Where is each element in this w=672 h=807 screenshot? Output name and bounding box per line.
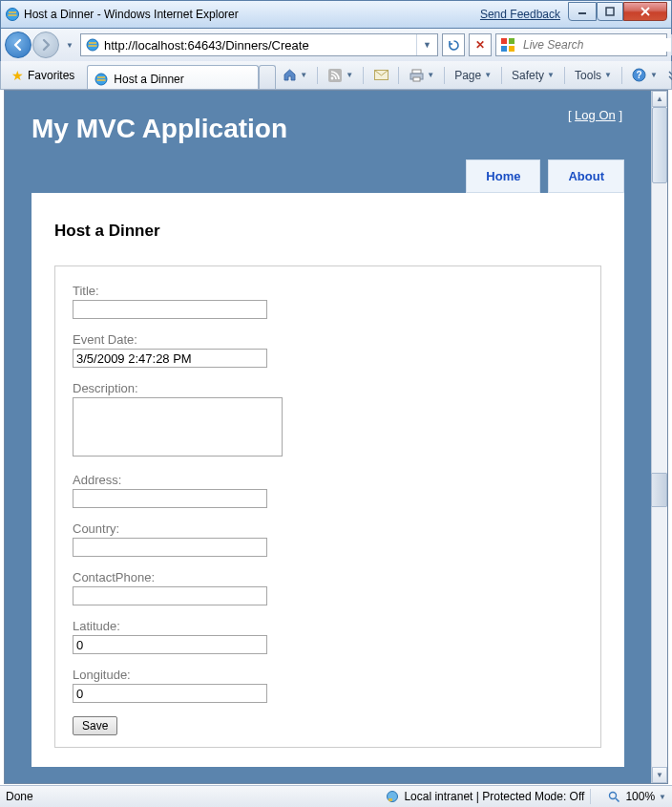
home-icon: [282, 68, 297, 83]
forward-button[interactable]: [32, 32, 59, 58]
address-label: Address:: [73, 473, 583, 487]
svg-rect-8: [501, 46, 507, 52]
url-input[interactable]: [104, 38, 416, 53]
home-button[interactable]: ▼: [276, 64, 313, 87]
zone-icon: [385, 789, 400, 804]
dinner-form: Title: Event Date: Description: Address:: [54, 265, 601, 748]
print-icon: [409, 68, 424, 83]
latitude-input[interactable]: [73, 635, 267, 654]
page-heading: Host a Dinner: [54, 222, 601, 241]
vertical-scrollbar[interactable]: ▲ ▼: [651, 91, 667, 783]
zoom-dropdown[interactable]: ▼: [659, 793, 666, 801]
contactphone-input[interactable]: [73, 586, 267, 605]
eventdate-label: Event Date:: [73, 332, 583, 347]
mail-button[interactable]: [368, 64, 394, 87]
help-icon: ?: [632, 68, 647, 83]
app-title: My MVC Application: [32, 114, 624, 144]
security-zone: Local intranet | Protected Mode: Off: [404, 790, 584, 803]
scroll-thumb[interactable]: [652, 107, 667, 183]
command-bar: ★ Favorites Host a Dinner ▼ ▼ ▼: [0, 61, 672, 90]
scroll-down-button[interactable]: ▼: [652, 767, 667, 783]
window-titlebar: Host a Dinner - Windows Internet Explore…: [0, 0, 672, 29]
eventdate-input[interactable]: [73, 349, 267, 368]
toolbar-chevron[interactable]: [665, 66, 672, 85]
star-icon: ★: [11, 68, 24, 83]
address-bar: ▼: [80, 33, 438, 56]
tools-menu[interactable]: Tools▼: [569, 65, 618, 86]
menu-about[interactable]: About: [548, 159, 624, 193]
longitude-input[interactable]: [73, 684, 267, 703]
svg-rect-22: [388, 798, 392, 801]
page-menu[interactable]: Page▼: [449, 65, 497, 86]
logon-area: [ Log On ]: [568, 108, 622, 122]
new-tab-button[interactable]: [259, 65, 276, 89]
svg-point-12: [95, 74, 107, 85]
svg-rect-9: [509, 46, 514, 52]
svg-rect-2: [606, 8, 614, 15]
back-button[interactable]: [5, 32, 32, 58]
help-button[interactable]: ? ▼: [626, 64, 663, 87]
menu-home[interactable]: Home: [466, 159, 540, 193]
tab-title: Host a Dinner: [114, 73, 183, 86]
svg-point-14: [331, 76, 334, 79]
zoom-value: 100%: [625, 790, 655, 803]
feeds-button[interactable]: ▼: [322, 64, 359, 87]
status-bar: Done Local intranet | Protected Mode: Of…: [0, 785, 672, 807]
country-label: Country:: [73, 521, 583, 536]
favorites-label: Favorites: [28, 69, 74, 82]
safety-menu[interactable]: Safety▼: [506, 65, 560, 86]
main-menu: Home About: [5, 154, 651, 193]
svg-point-23: [609, 792, 616, 798]
country-input[interactable]: [73, 538, 267, 557]
description-label: Description:: [73, 381, 583, 395]
refresh-button[interactable]: [442, 33, 465, 56]
window-title: Host a Dinner - Windows Internet Explore…: [24, 8, 239, 21]
svg-rect-16: [412, 70, 421, 74]
ie-icon: [5, 7, 20, 22]
zoom-icon: [606, 789, 621, 804]
nav-history-dropdown[interactable]: ▼: [63, 32, 76, 58]
svg-rect-6: [501, 38, 507, 44]
svg-rect-18: [413, 77, 420, 81]
zoom-control[interactable]: 100% ▼: [606, 789, 666, 804]
latitude-label: Latitude:: [73, 619, 583, 633]
send-feedback-link[interactable]: Send Feedback: [480, 8, 560, 21]
save-button[interactable]: Save: [73, 716, 117, 735]
longitude-label: Longitude:: [73, 668, 583, 682]
title-input[interactable]: [73, 300, 267, 319]
svg-line-24: [616, 798, 620, 802]
content-viewport: [ Log On ] My MVC Application Home About…: [4, 90, 668, 784]
browser-tab[interactable]: Host a Dinner: [87, 65, 259, 89]
search-input[interactable]: [519, 38, 671, 52]
rss-icon: [327, 68, 343, 83]
print-button[interactable]: ▼: [403, 64, 440, 87]
main-content: Host a Dinner Title: Event Date: Descrip…: [32, 193, 624, 767]
minimize-button[interactable]: [568, 2, 597, 21]
scroll-up-button[interactable]: ▲: [652, 91, 667, 107]
favorites-button[interactable]: ★ Favorites: [3, 64, 83, 87]
mail-icon: [373, 68, 388, 83]
live-search-icon: [500, 37, 515, 53]
svg-point-5: [87, 39, 98, 51]
svg-point-0: [7, 9, 19, 21]
search-bar: [495, 33, 667, 56]
navigation-bar: ▼ ▼ ✕: [0, 29, 672, 61]
description-input[interactable]: [73, 397, 283, 457]
ie-icon: [94, 72, 109, 87]
svg-rect-7: [509, 38, 514, 44]
page-icon: [85, 37, 100, 53]
maximize-button[interactable]: [597, 2, 623, 21]
logon-link[interactable]: Log On: [575, 108, 616, 122]
address-dropdown[interactable]: ▼: [416, 34, 437, 55]
address-input[interactable]: [73, 489, 267, 508]
stop-button[interactable]: ✕: [469, 33, 492, 56]
scroll-grip[interactable]: [651, 473, 667, 507]
contactphone-label: ContactPhone:: [73, 570, 583, 584]
title-label: Title:: [73, 284, 583, 298]
close-button[interactable]: [623, 2, 667, 21]
status-text: Done: [6, 790, 33, 803]
svg-text:?: ?: [637, 70, 642, 80]
